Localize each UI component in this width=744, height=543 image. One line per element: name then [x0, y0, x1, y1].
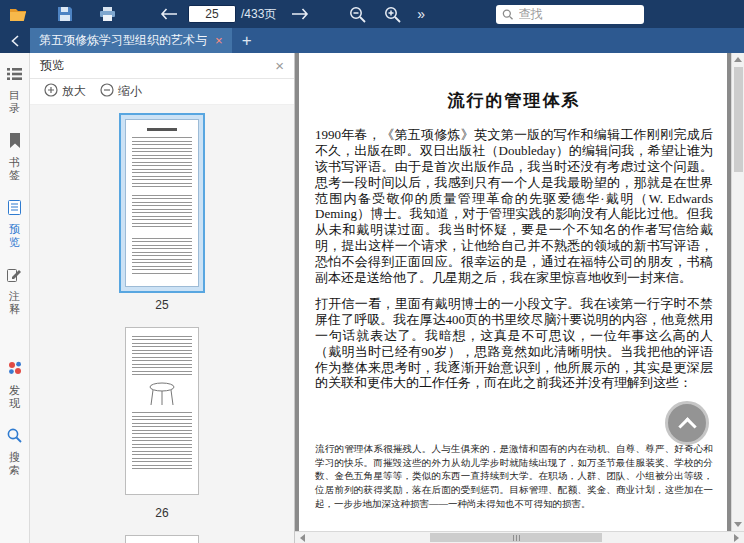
preview-zoom-bar: 放大 缩小 — [30, 79, 294, 105]
forward-arrow-icon[interactable] — [291, 3, 309, 25]
pdf-reader-window: /433页 » 第五项修炼学习型组织的艺术与 × + — [0, 0, 744, 543]
search-icon — [7, 428, 22, 447]
sidebar-item-discover[interactable]: 发现 — [7, 360, 23, 410]
document-paragraph: 打开信一看，里面有戴明博士的一小段文字。我在读第一行字时不禁屏住了呼吸。我在厚达… — [315, 296, 713, 391]
preview-icon — [8, 200, 21, 219]
scroll-right-arrow[interactable] — [734, 534, 739, 542]
sidebar-label-discover: 发现 — [8, 384, 21, 410]
scroll-up-arrow[interactable] — [734, 57, 742, 62]
page-number-input[interactable] — [188, 5, 236, 23]
thumbnail-page-number: 26 — [155, 506, 168, 520]
top-toolbar: /433页 » — [0, 0, 744, 28]
sidebar-label-preview: 预览 — [8, 223, 21, 249]
thumbnail-page-image — [125, 535, 199, 543]
chevron-up-icon — [678, 417, 696, 435]
tab-scroll-left-button[interactable] — [0, 28, 30, 53]
document-area: 流行的管理体系 1990年春，《第五项修炼》英文第一版的写作和编辑工作刚刚完成后… — [295, 53, 731, 531]
sidebar-label-search: 搜索 — [8, 451, 21, 477]
zoom-out-icon[interactable] — [349, 3, 366, 25]
search-icon — [502, 8, 513, 21]
preview-panel: 预览 × 放大 缩小 25 — [30, 53, 295, 543]
search-box[interactable] — [496, 5, 644, 24]
thumbnail-list: 25 26 — [30, 105, 294, 543]
sidebar-label-toc: 目录 — [8, 89, 21, 115]
save-icon[interactable] — [57, 3, 73, 25]
page-title: 流行的管理体系 — [315, 91, 713, 111]
page-thumbnail-26[interactable] — [119, 321, 205, 501]
toc-icon — [7, 67, 22, 85]
thumbnail-page-number: 25 — [155, 298, 168, 312]
open-file-icon[interactable] — [9, 3, 27, 25]
sidebar-item-search[interactable]: 搜索 — [7, 428, 22, 477]
vertical-scrollbar[interactable] — [731, 53, 744, 531]
document-tab[interactable]: 第五项修炼学习型组织的艺术与 × — [30, 28, 232, 53]
tab-bar: 第五项修炼学习型组织的艺术与 × + — [0, 28, 744, 53]
scroll-down-arrow[interactable] — [734, 522, 742, 527]
thumbnail-page-image — [125, 119, 199, 287]
sidebar-item-preview[interactable]: 预览 — [8, 200, 21, 249]
scroll-to-top-button[interactable] — [665, 401, 709, 445]
preview-close-icon[interactable]: × — [275, 58, 284, 73]
new-tab-button[interactable]: + — [232, 28, 262, 53]
thumbnail-zoom-out-icon[interactable] — [100, 83, 114, 100]
scroll-left-arrow[interactable] — [300, 534, 305, 542]
search-input[interactable] — [519, 7, 639, 21]
horizontal-scroll-thumb[interactable] — [430, 533, 602, 542]
left-sidebar: 目录 书签 预览 注释 发现 — [0, 53, 30, 543]
annotation-icon — [7, 267, 22, 286]
sidebar-label-annotations: 注释 — [8, 290, 21, 316]
preview-panel-header: 预览 × — [30, 53, 294, 79]
sidebar-item-bookmarks[interactable]: 书签 — [8, 133, 21, 182]
discover-icon — [7, 360, 23, 380]
zoom-in-icon[interactable] — [384, 3, 401, 25]
vertical-scroll-thumb[interactable] — [734, 67, 743, 172]
thumbnail-figure — [132, 381, 192, 407]
preview-panel-title: 预览 — [40, 57, 64, 74]
chevron-left-icon — [11, 35, 19, 47]
pdf-page: 流行的管理体系 1990年春，《第五项修炼》英文第一版的写作和编辑工作刚刚完成后… — [299, 53, 727, 531]
document-quote: 流行的管理体系很摧残人。人与生俱来的，是激情和固有的内在动机、自尊、尊严、好奇心… — [315, 443, 713, 511]
thumbnail-zoom-out-label[interactable]: 缩小 — [118, 83, 142, 100]
sidebar-item-toc[interactable]: 目录 — [7, 67, 22, 115]
page-total-label: /433页 — [241, 6, 276, 23]
sidebar-item-annotations[interactable]: 注释 — [7, 267, 22, 316]
tab-title: 第五项修炼学习型组织的艺术与 — [39, 32, 207, 49]
page-thumbnail-27-partial[interactable] — [119, 529, 205, 543]
back-arrow-icon[interactable] — [160, 3, 178, 25]
print-icon[interactable] — [99, 3, 116, 25]
more-chevron-icon[interactable]: » — [417, 3, 426, 25]
tab-close-icon[interactable]: × — [215, 34, 223, 47]
sidebar-label-bookmarks: 书签 — [8, 156, 21, 182]
thumbnail-zoom-in-icon[interactable] — [44, 83, 58, 100]
thumbnail-zoom-in-label[interactable]: 放大 — [62, 83, 86, 100]
thumbnail-page-image — [125, 327, 199, 495]
page-thumbnail-25[interactable] — [119, 113, 205, 293]
horizontal-scrollbar[interactable] — [295, 531, 744, 543]
bookmark-icon — [9, 133, 21, 152]
document-paragraph: 1990年春，《第五项修炼》英文第一版的写作和编辑工作刚刚完成后不久，出版在即。… — [315, 127, 713, 285]
